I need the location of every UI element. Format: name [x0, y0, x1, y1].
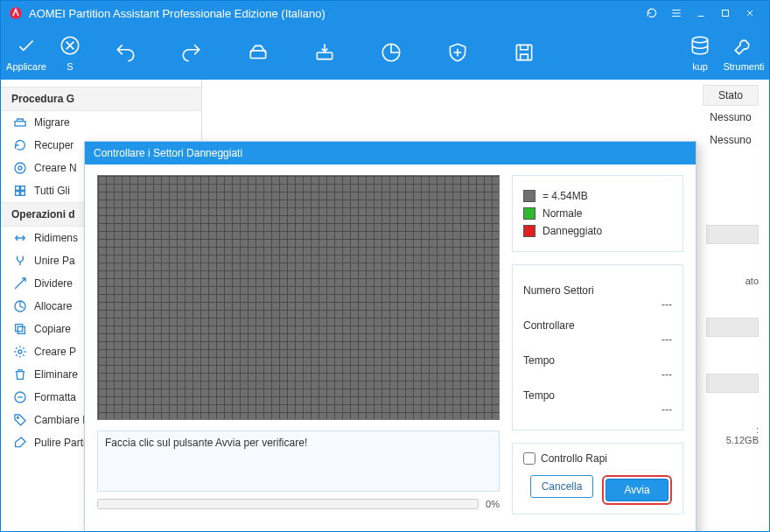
dialog-title: Controllare i Settori Danneggiati: [85, 142, 696, 164]
undo-button[interactable]: [92, 25, 158, 80]
block-swatch-icon: [523, 190, 536, 202]
shield-tool[interactable]: [424, 25, 491, 80]
svg-point-9: [15, 163, 25, 173]
progress-bar: [97, 499, 479, 509]
window-title: AOMEI Partition Assistant Professionale …: [29, 7, 326, 20]
svg-point-10: [18, 166, 22, 170]
disk-tool-1[interactable]: [225, 25, 291, 80]
svg-rect-6: [516, 45, 531, 60]
legend-blocksize: = 4.54MB: [523, 190, 672, 202]
svg-rect-16: [18, 326, 24, 333]
quick-check-label: Controllo Rapi: [541, 452, 607, 465]
stat-sectors-value: ---: [523, 298, 672, 311]
migrate-icon: [13, 116, 27, 130]
minimize-button[interactable]: [689, 1, 713, 25]
legend-normal: Normale: [523, 207, 672, 220]
save-tool[interactable]: [491, 25, 557, 80]
backup-tool[interactable]: kup: [678, 25, 722, 80]
svg-rect-17: [16, 325, 23, 332]
recover-icon: [13, 138, 27, 152]
wrench-icon: [732, 33, 756, 58]
create-icon: [13, 161, 27, 175]
partition-bar-fragment: [706, 374, 759, 393]
grid-icon: [13, 184, 27, 198]
main-toolbar: Applicare S kup Strumenti: [1, 25, 769, 80]
dialog-right: = 4.54MB Normale Danneggiato: [512, 175, 683, 514]
stat-time1-label: Tempo: [523, 354, 555, 367]
stats-box: Numero Settori --- Controllare --- Tempo…: [512, 264, 683, 430]
partition-bar-fragment: [706, 225, 759, 244]
stat-sectors-label: Numero Settori: [523, 284, 594, 297]
redo-button[interactable]: [158, 25, 225, 80]
quick-check-row[interactable]: Controllo Rapi: [523, 452, 672, 465]
maximize-button[interactable]: [713, 1, 738, 25]
svg-rect-12: [21, 186, 25, 191]
pie-tool[interactable]: [358, 25, 424, 80]
split-icon: [13, 276, 27, 290]
gear-icon: [13, 345, 27, 359]
progress-percent: 0%: [486, 499, 500, 509]
discard-label: S: [66, 61, 73, 72]
format-icon: [13, 390, 27, 404]
main-area: Procedura G Migrare Recuper Creare N Tut…: [1, 80, 769, 531]
stat-time1-value: ---: [523, 368, 672, 381]
disk-tool-2[interactable]: [291, 25, 358, 80]
close-button[interactable]: [738, 1, 762, 25]
titlebar: AOMEI Partition Assistant Professionale …: [1, 1, 769, 25]
frag-text: ato: [706, 276, 759, 286]
svg-rect-13: [16, 192, 20, 196]
svg-point-7: [692, 37, 707, 43]
stat-check-value: ---: [523, 333, 672, 346]
tools-label: Strumenti: [723, 61, 764, 72]
refresh-button[interactable]: [640, 1, 664, 25]
drive-down-icon: [312, 40, 337, 65]
legend-box: = 4.54MB Normale Danneggiato: [512, 175, 683, 252]
checkmark-icon: [14, 33, 38, 58]
start-highlight: Avvia: [602, 475, 672, 505]
content-fragments: ato : 5.12GB: [706, 220, 759, 445]
status-cell: Nessuno: [703, 129, 759, 151]
frag-text: :: [706, 424, 759, 435]
apply-button[interactable]: Applicare: [4, 25, 48, 80]
svg-rect-4: [317, 52, 332, 60]
status-cell: Nessuno: [703, 106, 759, 129]
discard-button[interactable]: S: [48, 25, 92, 80]
svg-rect-1: [723, 10, 729, 17]
cancel-circle-icon: [58, 33, 82, 58]
partition-bar-fragment: [706, 318, 759, 337]
app-icon: [8, 5, 24, 21]
drive-icon: [246, 40, 270, 65]
sidebar-item-migrate[interactable]: Migrare: [1, 111, 201, 134]
normal-swatch-icon: [523, 207, 536, 220]
stat-check-label: Controllare: [523, 319, 575, 332]
backup-label: kup: [692, 61, 708, 72]
database-icon: [688, 33, 712, 58]
trash-icon: [13, 368, 27, 382]
allocate-icon: [13, 299, 27, 313]
svg-point-20: [17, 416, 18, 418]
status-column: Stato Nessuno Nessuno: [703, 85, 759, 151]
pie-icon: [379, 40, 403, 65]
legend-damaged: Danneggiato: [523, 225, 672, 237]
svg-point-18: [18, 350, 22, 354]
progress-row: 0%: [97, 499, 500, 509]
resize-icon: [13, 231, 27, 245]
damaged-swatch-icon: [523, 225, 536, 237]
start-button[interactable]: Avvia: [606, 479, 668, 501]
tag-icon: [13, 413, 27, 427]
dialog-left: Faccia clic sul pulsante Avvia per verif…: [97, 175, 500, 514]
redo-icon: [179, 40, 204, 65]
quick-check-checkbox[interactable]: [523, 452, 536, 465]
apply-label: Applicare: [6, 61, 46, 72]
shield-icon: [445, 40, 470, 65]
tools-tool[interactable]: Strumenti: [722, 25, 766, 80]
menu-button[interactable]: [664, 1, 689, 25]
copy-icon: [13, 322, 27, 336]
svg-rect-3: [250, 51, 265, 59]
status-header: Stato: [703, 85, 759, 106]
sector-grid: [97, 175, 500, 420]
cancel-button[interactable]: Cancella: [530, 475, 593, 498]
check-sectors-dialog: Controllare i Settori Danneggiati Faccia…: [84, 141, 696, 532]
save-icon: [512, 40, 536, 65]
undo-icon: [113, 40, 137, 65]
